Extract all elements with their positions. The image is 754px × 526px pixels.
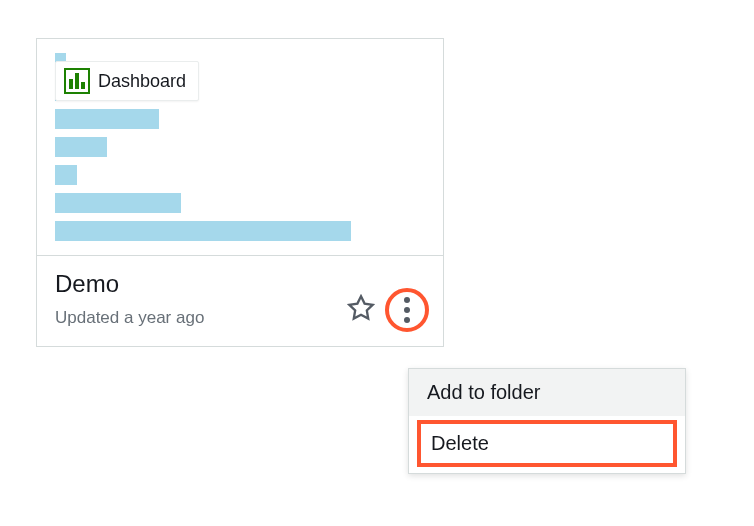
bar-chart-icon [64, 68, 90, 94]
card-actions [347, 288, 429, 332]
chart-bar [55, 165, 77, 185]
dashboard-card[interactable]: Dashboard Demo Updated a year ago [36, 38, 444, 347]
card-preview: Dashboard [37, 39, 443, 255]
type-badge: Dashboard [55, 61, 199, 101]
card-meta: Demo Updated a year ago [37, 255, 443, 346]
context-menu: Add to folder Delete [408, 368, 686, 474]
more-options-button[interactable] [385, 288, 429, 332]
menu-item-add-to-folder[interactable]: Add to folder [409, 369, 685, 416]
kebab-dot [404, 307, 410, 313]
chart-bar [55, 137, 107, 157]
type-badge-label: Dashboard [98, 71, 186, 92]
svg-marker-0 [349, 296, 372, 318]
menu-item-delete[interactable]: Delete [417, 420, 677, 467]
chart-bar [55, 193, 181, 213]
star-icon[interactable] [347, 294, 375, 326]
kebab-dot [404, 297, 410, 303]
chart-bar [55, 109, 159, 129]
kebab-dot [404, 317, 410, 323]
chart-bar [55, 221, 351, 241]
